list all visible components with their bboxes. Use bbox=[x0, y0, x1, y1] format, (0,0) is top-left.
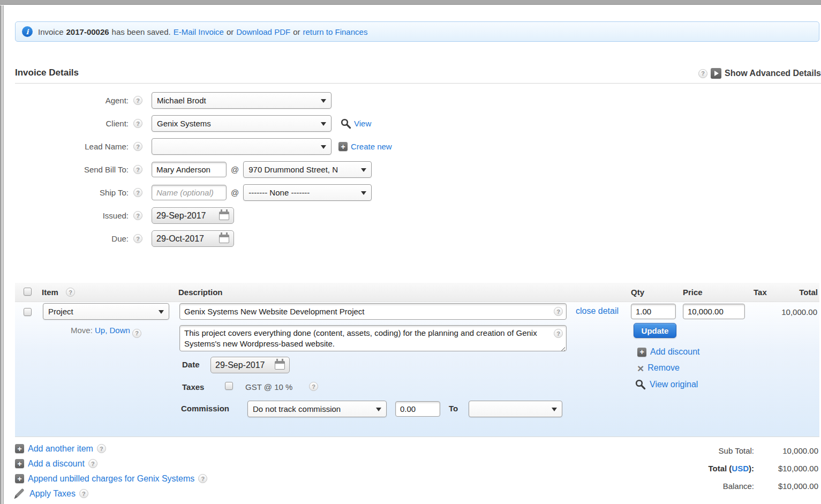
bill-to-name-input[interactable] bbox=[152, 162, 227, 177]
help-icon[interactable]: ? bbox=[198, 474, 207, 483]
help-icon[interactable]: ? bbox=[88, 459, 97, 468]
email-invoice-link[interactable]: E-Mail Invoice bbox=[174, 27, 224, 36]
help-icon[interactable]: ? bbox=[554, 307, 563, 316]
description-column-header: Description bbox=[178, 288, 223, 297]
help-icon[interactable]: ? bbox=[132, 329, 141, 338]
issued-row: Issued: ? 29-Sep-2017 bbox=[0, 207, 482, 224]
agent-select[interactable]: Michael Brodt bbox=[152, 92, 332, 109]
currency-link[interactable]: USD bbox=[732, 464, 749, 473]
help-icon[interactable]: ? bbox=[133, 96, 142, 105]
add-discount-link[interactable]: Add discount bbox=[650, 347, 700, 357]
bill-to-address-select[interactable]: 970 Drummond Street, N bbox=[243, 161, 372, 178]
return-to-finances-link[interactable]: return to Finances bbox=[303, 27, 367, 36]
qty-input[interactable] bbox=[631, 304, 676, 319]
issued-date-value: 29-Sep-2017 bbox=[156, 211, 214, 221]
item-description-input[interactable] bbox=[179, 303, 567, 320]
remove-link[interactable]: Remove bbox=[647, 363, 680, 373]
expand-arrow-icon[interactable] bbox=[711, 68, 721, 79]
due-date-input[interactable]: 29-Oct-2017 bbox=[152, 230, 234, 247]
lead-name-row: Lead Name: ? + Create new bbox=[0, 138, 482, 155]
help-icon[interactable]: ? bbox=[66, 288, 75, 297]
help-icon[interactable]: ? bbox=[133, 165, 142, 174]
help-icon[interactable]: ? bbox=[133, 234, 142, 243]
apply-taxes-link[interactable]: Apply Taxes bbox=[29, 489, 76, 499]
commission-to-select[interactable] bbox=[469, 401, 562, 417]
send-bill-to-row: Send Bill To: ? @ 970 Drummond Street, N bbox=[0, 161, 482, 178]
save-notification-bar: i Invoice 2017-00026 has been saved. E-M… bbox=[15, 21, 819, 42]
calendar-icon[interactable] bbox=[219, 235, 229, 243]
help-icon[interactable]: ? bbox=[133, 119, 142, 128]
price-input[interactable] bbox=[683, 304, 745, 319]
notification-text: or bbox=[227, 27, 234, 36]
add-another-item-action[interactable]: + Add another item ? bbox=[15, 442, 207, 455]
help-icon[interactable]: ? bbox=[97, 444, 106, 453]
help-icon[interactable]: ? bbox=[698, 69, 707, 78]
at-separator: @ bbox=[231, 188, 239, 197]
gst-tax-checkbox[interactable] bbox=[225, 382, 233, 390]
total-value: $10,000.00 bbox=[754, 464, 818, 473]
ship-to-row: Ship To: ? @ ------- None ------- bbox=[0, 184, 482, 201]
ship-to-address-select[interactable]: ------- None ------- bbox=[243, 184, 372, 201]
issued-date-input[interactable]: 29-Sep-2017 bbox=[152, 207, 234, 224]
issued-label: Issued: bbox=[0, 211, 129, 220]
item-date-input[interactable]: 29-Sep-2017 bbox=[210, 357, 290, 373]
update-button[interactable]: Update bbox=[634, 323, 676, 338]
send-bill-to-label: Send Bill To: bbox=[0, 165, 129, 174]
client-row: Client: ? Genix Systems View bbox=[0, 115, 482, 132]
chevron-down-icon bbox=[552, 408, 557, 411]
item-checkbox[interactable] bbox=[24, 308, 32, 316]
help-icon[interactable]: ? bbox=[133, 188, 142, 197]
add-a-discount-action[interactable]: + Add a discount ? bbox=[15, 457, 207, 470]
commission-to-label: To bbox=[449, 404, 458, 413]
download-pdf-link[interactable]: Download PDF bbox=[236, 27, 290, 36]
due-label: Due: bbox=[0, 234, 129, 243]
remove-action[interactable]: × Remove bbox=[637, 363, 680, 373]
select-all-checkbox[interactable] bbox=[24, 288, 32, 296]
help-icon[interactable]: ? bbox=[554, 329, 563, 338]
balance-row: Balance: $10,000.00 bbox=[626, 480, 818, 491]
plus-icon: + bbox=[637, 348, 646, 357]
help-icon[interactable]: ? bbox=[79, 489, 88, 498]
view-original-action[interactable]: View original bbox=[635, 379, 698, 390]
client-select[interactable]: Genix Systems bbox=[152, 115, 332, 132]
append-unbilled-action[interactable]: + Append unbilled charges for Genix Syst… bbox=[15, 472, 207, 485]
page-title: Invoice Details bbox=[15, 67, 79, 78]
show-advanced-details-toggle[interactable]: ? Show Advanced Details bbox=[698, 68, 821, 79]
item-type-select[interactable]: Project bbox=[43, 303, 169, 320]
notification-text: has been saved. bbox=[112, 27, 171, 36]
due-date-value: 29-Oct-2017 bbox=[156, 234, 214, 244]
items-table-header: Item ? Description Qty Price Tax Total bbox=[15, 283, 819, 302]
calendar-icon[interactable] bbox=[275, 361, 285, 370]
help-icon[interactable]: ? bbox=[133, 142, 142, 151]
close-detail-link[interactable]: close detail bbox=[576, 306, 619, 316]
help-icon[interactable]: ? bbox=[133, 211, 142, 220]
move-down-link[interactable]: Down bbox=[110, 326, 130, 335]
show-advanced-details-label[interactable]: Show Advanced Details bbox=[725, 69, 821, 78]
help-icon[interactable]: ? bbox=[309, 382, 318, 391]
resize-handle[interactable] bbox=[560, 347, 565, 351]
chevron-down-icon bbox=[361, 168, 366, 172]
notification-text: Invoice bbox=[38, 27, 64, 36]
ship-to-name-input[interactable] bbox=[152, 185, 227, 200]
commission-select[interactable]: Do not track commission bbox=[247, 401, 387, 417]
view-client-link[interactable]: View bbox=[354, 119, 371, 128]
append-unbilled-link[interactable]: Append unbilled charges for Genix System… bbox=[28, 474, 194, 484]
calendar-icon[interactable] bbox=[219, 212, 229, 220]
bill-to-address-value: 970 Drummond Street, N bbox=[248, 165, 338, 174]
total-label-prefix: Total ( bbox=[708, 464, 732, 473]
add-discount-action[interactable]: + Add discount bbox=[637, 347, 700, 357]
plus-icon: + bbox=[15, 459, 24, 468]
view-original-link[interactable]: View original bbox=[650, 380, 698, 389]
search-icon[interactable] bbox=[340, 118, 351, 129]
apply-taxes-action[interactable]: Apply Taxes ? bbox=[15, 487, 207, 500]
detail-description-textarea[interactable]: This project covers everything done (con… bbox=[179, 325, 567, 351]
plus-icon[interactable]: + bbox=[338, 142, 348, 151]
commission-value-input[interactable] bbox=[395, 401, 440, 417]
window-frame-left bbox=[0, 5, 4, 504]
ship-to-label: Ship To: bbox=[0, 188, 129, 197]
create-new-lead-link[interactable]: Create new bbox=[351, 142, 392, 151]
move-up-link[interactable]: Up, bbox=[95, 326, 107, 335]
add-a-discount-link[interactable]: Add a discount bbox=[28, 459, 85, 469]
lead-name-select[interactable] bbox=[152, 138, 332, 155]
add-another-item-link[interactable]: Add another item bbox=[28, 444, 93, 454]
